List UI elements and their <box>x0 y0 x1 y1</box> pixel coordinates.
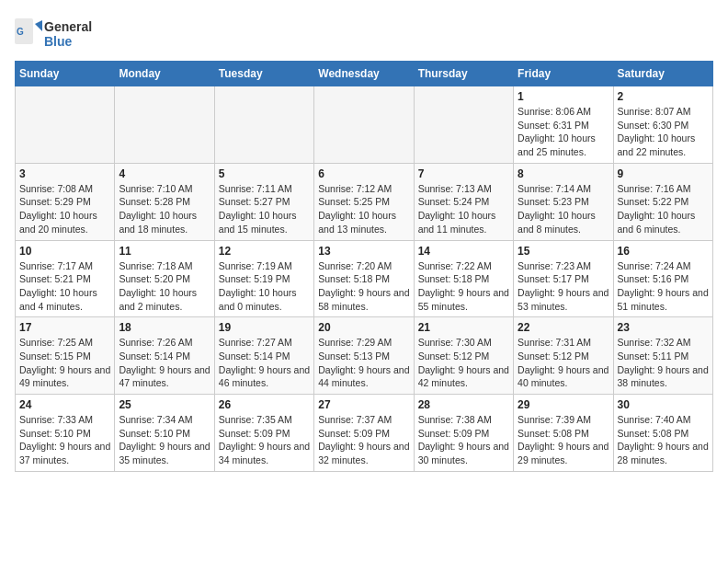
day-number: 29 <box>518 398 609 411</box>
day-number: 20 <box>318 321 409 334</box>
logo: General Blue G <box>15 15 125 52</box>
day-info: Sunrise: 7:18 AM Sunset: 5:20 PM Dayligh… <box>119 259 210 314</box>
day-number: 4 <box>119 167 210 180</box>
calendar-cell: 13Sunrise: 7:20 AM Sunset: 5:18 PM Dayli… <box>314 240 414 317</box>
calendar-cell <box>115 86 214 164</box>
calendar-cell <box>414 86 513 164</box>
day-number: 14 <box>418 245 509 258</box>
day-info: Sunrise: 7:16 AM Sunset: 5:22 PM Dayligh… <box>618 182 709 236</box>
day-number: 8 <box>518 167 609 180</box>
calendar-header-thursday: Thursday <box>414 62 513 86</box>
calendar-cell: 2Sunrise: 8:07 AM Sunset: 6:30 PM Daylig… <box>613 86 712 164</box>
day-info: Sunrise: 7:39 AM Sunset: 5:08 PM Dayligh… <box>518 413 609 467</box>
calendar-cell: 27Sunrise: 7:37 AM Sunset: 5:09 PM Dayli… <box>314 395 414 472</box>
calendar-cell: 7Sunrise: 7:13 AM Sunset: 5:24 PM Daylig… <box>414 163 513 240</box>
calendar-cell: 4Sunrise: 7:10 AM Sunset: 5:28 PM Daylig… <box>115 163 214 240</box>
day-number: 30 <box>618 398 709 411</box>
day-number: 17 <box>19 321 110 334</box>
day-info: Sunrise: 7:27 AM Sunset: 5:14 PM Dayligh… <box>219 336 310 390</box>
day-number: 24 <box>19 398 110 411</box>
day-number: 11 <box>119 245 210 258</box>
day-info: Sunrise: 7:37 AM Sunset: 5:09 PM Dayligh… <box>318 413 409 467</box>
day-number: 27 <box>318 398 409 411</box>
calendar-cell: 17Sunrise: 7:25 AM Sunset: 5:15 PM Dayli… <box>16 317 115 395</box>
svg-text:Blue: Blue <box>44 34 73 49</box>
calendar-cell <box>314 86 414 164</box>
logo-svg: General Blue G <box>15 15 125 52</box>
day-info: Sunrise: 7:17 AM Sunset: 5:21 PM Dayligh… <box>19 259 110 314</box>
day-number: 16 <box>618 245 709 258</box>
calendar-cell: 19Sunrise: 7:27 AM Sunset: 5:14 PM Dayli… <box>214 317 313 395</box>
day-number: 15 <box>518 245 609 258</box>
page-header: General Blue G <box>15 15 713 52</box>
calendar-cell: 30Sunrise: 7:40 AM Sunset: 5:08 PM Dayli… <box>613 395 712 472</box>
calendar-header-monday: Monday <box>115 62 214 86</box>
day-number: 23 <box>618 321 709 334</box>
calendar-cell: 10Sunrise: 7:17 AM Sunset: 5:21 PM Dayli… <box>16 240 115 317</box>
day-info: Sunrise: 7:23 AM Sunset: 5:17 PM Dayligh… <box>518 259 609 314</box>
day-number: 22 <box>518 321 609 334</box>
day-info: Sunrise: 7:13 AM Sunset: 5:24 PM Dayligh… <box>418 182 509 236</box>
day-info: Sunrise: 7:25 AM Sunset: 5:15 PM Dayligh… <box>19 336 110 390</box>
day-info: Sunrise: 7:22 AM Sunset: 5:18 PM Dayligh… <box>418 259 509 314</box>
calendar-cell: 26Sunrise: 7:35 AM Sunset: 5:09 PM Dayli… <box>214 395 313 472</box>
day-info: Sunrise: 7:38 AM Sunset: 5:09 PM Dayligh… <box>418 413 509 467</box>
calendar-header-sunday: Sunday <box>16 62 115 86</box>
calendar-cell <box>214 86 313 164</box>
calendar-cell: 23Sunrise: 7:32 AM Sunset: 5:11 PM Dayli… <box>613 317 712 395</box>
calendar-cell: 1Sunrise: 8:06 AM Sunset: 6:31 PM Daylig… <box>514 86 613 164</box>
calendar-cell: 9Sunrise: 7:16 AM Sunset: 5:22 PM Daylig… <box>613 163 712 240</box>
calendar-cell: 29Sunrise: 7:39 AM Sunset: 5:08 PM Dayli… <box>514 395 613 472</box>
day-info: Sunrise: 7:29 AM Sunset: 5:13 PM Dayligh… <box>318 336 409 390</box>
svg-text:General: General <box>44 19 92 34</box>
calendar-cell: 16Sunrise: 7:24 AM Sunset: 5:16 PM Dayli… <box>613 240 712 317</box>
calendar-cell: 12Sunrise: 7:19 AM Sunset: 5:19 PM Dayli… <box>214 240 313 317</box>
day-info: Sunrise: 7:31 AM Sunset: 5:12 PM Dayligh… <box>518 336 609 390</box>
calendar-cell: 22Sunrise: 7:31 AM Sunset: 5:12 PM Dayli… <box>514 317 613 395</box>
day-info: Sunrise: 7:30 AM Sunset: 5:12 PM Dayligh… <box>418 336 509 390</box>
day-number: 10 <box>19 245 110 258</box>
calendar-table: SundayMondayTuesdayWednesdayThursdayFrid… <box>15 61 713 472</box>
day-info: Sunrise: 7:11 AM Sunset: 5:27 PM Dayligh… <box>219 182 310 236</box>
day-info: Sunrise: 7:24 AM Sunset: 5:16 PM Dayligh… <box>618 259 709 314</box>
day-number: 9 <box>618 167 709 180</box>
day-number: 28 <box>418 398 509 411</box>
day-number: 21 <box>418 321 509 334</box>
calendar-cell: 15Sunrise: 7:23 AM Sunset: 5:17 PM Dayli… <box>514 240 613 317</box>
calendar-cell: 28Sunrise: 7:38 AM Sunset: 5:09 PM Dayli… <box>414 395 513 472</box>
day-info: Sunrise: 7:19 AM Sunset: 5:19 PM Dayligh… <box>219 259 310 314</box>
calendar-header-friday: Friday <box>514 62 613 86</box>
calendar-cell: 14Sunrise: 7:22 AM Sunset: 5:18 PM Dayli… <box>414 240 513 317</box>
calendar-cell: 8Sunrise: 7:14 AM Sunset: 5:23 PM Daylig… <box>514 163 613 240</box>
day-number: 3 <box>19 167 110 180</box>
calendar-cell: 18Sunrise: 7:26 AM Sunset: 5:14 PM Dayli… <box>115 317 214 395</box>
day-info: Sunrise: 8:07 AM Sunset: 6:30 PM Dayligh… <box>618 105 709 159</box>
calendar-cell: 3Sunrise: 7:08 AM Sunset: 5:29 PM Daylig… <box>16 163 115 240</box>
day-info: Sunrise: 7:34 AM Sunset: 5:10 PM Dayligh… <box>119 413 210 467</box>
day-number: 19 <box>219 321 310 334</box>
calendar-cell: 25Sunrise: 7:34 AM Sunset: 5:10 PM Dayli… <box>115 395 214 472</box>
svg-marker-2 <box>35 20 42 31</box>
day-number: 7 <box>418 167 509 180</box>
day-number: 26 <box>219 398 310 411</box>
day-number: 2 <box>618 90 709 103</box>
calendar-cell: 6Sunrise: 7:12 AM Sunset: 5:25 PM Daylig… <box>314 163 414 240</box>
calendar-cell: 11Sunrise: 7:18 AM Sunset: 5:20 PM Dayli… <box>115 240 214 317</box>
calendar-cell: 20Sunrise: 7:29 AM Sunset: 5:13 PM Dayli… <box>314 317 414 395</box>
calendar-cell: 24Sunrise: 7:33 AM Sunset: 5:10 PM Dayli… <box>16 395 115 472</box>
day-info: Sunrise: 7:14 AM Sunset: 5:23 PM Dayligh… <box>518 182 609 236</box>
day-info: Sunrise: 7:35 AM Sunset: 5:09 PM Dayligh… <box>219 413 310 467</box>
svg-text:G: G <box>17 27 24 37</box>
day-info: Sunrise: 7:20 AM Sunset: 5:18 PM Dayligh… <box>318 259 409 314</box>
day-number: 13 <box>318 245 409 258</box>
calendar-cell <box>16 86 115 164</box>
day-info: Sunrise: 7:40 AM Sunset: 5:08 PM Dayligh… <box>618 413 709 467</box>
day-number: 1 <box>518 90 609 103</box>
day-number: 18 <box>119 321 210 334</box>
day-info: Sunrise: 7:33 AM Sunset: 5:10 PM Dayligh… <box>19 413 110 467</box>
day-info: Sunrise: 7:32 AM Sunset: 5:11 PM Dayligh… <box>618 336 709 390</box>
day-info: Sunrise: 7:08 AM Sunset: 5:29 PM Dayligh… <box>19 182 110 236</box>
calendar-cell: 21Sunrise: 7:30 AM Sunset: 5:12 PM Dayli… <box>414 317 513 395</box>
day-info: Sunrise: 7:12 AM Sunset: 5:25 PM Dayligh… <box>318 182 409 236</box>
calendar-cell: 5Sunrise: 7:11 AM Sunset: 5:27 PM Daylig… <box>214 163 313 240</box>
